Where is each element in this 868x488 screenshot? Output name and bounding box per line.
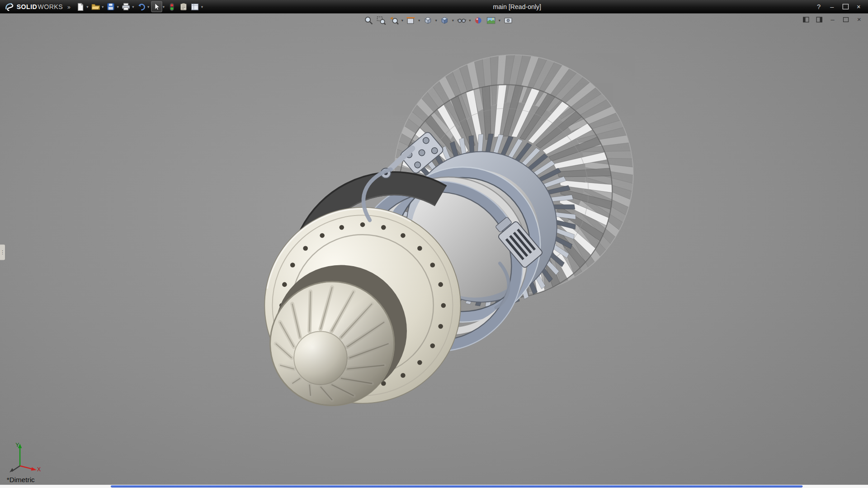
- zoom-to-fit-icon: [363, 15, 373, 25]
- cursor-arrow-icon: [153, 3, 160, 10]
- menu-expand-button[interactable]: »: [67, 4, 71, 9]
- chevron-down-icon[interactable]: ▾: [435, 18, 437, 23]
- new-document-button[interactable]: [75, 1, 85, 12]
- triad-x-label: X: [37, 466, 41, 472]
- clipboard-icon: [180, 3, 187, 10]
- main-toolbar: ▾ ▾ ▾: [75, 1, 204, 12]
- chevron-down-icon[interactable]: ▾: [102, 5, 104, 9]
- zoom-to-fit-button[interactable]: [363, 15, 374, 25]
- dock-left-icon: [803, 16, 810, 22]
- chevron-down-icon[interactable]: ▾: [163, 5, 165, 9]
- doc-restore-button[interactable]: [841, 15, 850, 23]
- dock-right-icon: [816, 16, 823, 22]
- apply-scene-icon: [486, 15, 496, 25]
- open-document-button[interactable]: [90, 1, 101, 12]
- graphics-area[interactable]: ▾ ▾ ▾: [0, 13, 868, 484]
- chevron-down-icon[interactable]: ▾: [86, 5, 88, 9]
- section-view-button[interactable]: [405, 15, 417, 25]
- status-progress-bar: [111, 485, 803, 488]
- hide-show-items-button[interactable]: [456, 15, 467, 25]
- view-settings-icon: [503, 15, 513, 25]
- print-button[interactable]: [121, 1, 132, 12]
- save-floppy-icon: [107, 3, 115, 10]
- solidworks-window: SOLID WORKS » ▾ ▾: [0, 0, 868, 488]
- brand-text-light: WORKS: [38, 3, 63, 10]
- clipboard-options-button[interactable]: [178, 1, 189, 12]
- save-button[interactable]: [105, 1, 116, 12]
- section-view-icon: [406, 15, 416, 25]
- appearance-ball-icon: [473, 15, 483, 25]
- view-settings-button[interactable]: [502, 15, 514, 25]
- zoom-to-area-icon: [376, 15, 386, 25]
- title-bar: SOLID WORKS » ▾ ▾: [0, 0, 868, 13]
- chevron-down-icon[interactable]: ▾: [418, 18, 420, 23]
- dock-left-button[interactable]: [802, 15, 811, 23]
- zoom-to-area-button[interactable]: [375, 15, 387, 25]
- close-button[interactable]: ×: [855, 1, 863, 12]
- solidworks-logo[interactable]: SOLID WORKS: [0, 2, 66, 11]
- chevron-down-icon[interactable]: ▾: [147, 5, 149, 9]
- window-controls: ? – ×: [815, 1, 868, 12]
- hide-show-glasses-icon: [457, 15, 467, 25]
- undo-arrow-icon: [137, 3, 145, 10]
- feature-manager-collapsed-tab[interactable]: ⋮: [0, 244, 5, 261]
- dock-right-button[interactable]: [815, 15, 824, 23]
- document-title: main [Read-only]: [166, 3, 868, 10]
- chevron-down-icon[interactable]: ▾: [469, 18, 471, 23]
- restore-icon: [843, 17, 849, 22]
- chevron-down-icon[interactable]: ▾: [499, 18, 500, 23]
- triad-y-label: Y: [15, 442, 19, 448]
- brand-text-bold: SOLID: [17, 3, 37, 10]
- help-button[interactable]: ?: [815, 1, 822, 12]
- doc-minimize-button[interactable]: –: [828, 15, 837, 23]
- jet-engine-model[interactable]: [0, 13, 868, 484]
- sheet-properties-button[interactable]: [189, 1, 200, 12]
- chevron-down-icon[interactable]: ▾: [132, 5, 134, 9]
- view-orientation-label: *Dimetric: [7, 476, 35, 483]
- display-style-button[interactable]: [439, 15, 450, 25]
- view-orientation-button[interactable]: [422, 15, 434, 25]
- properties-sheet-icon: [191, 3, 199, 10]
- status-bar: [0, 485, 868, 488]
- view-orientation-cube-icon: [423, 15, 433, 25]
- filter-toggle-icon: [169, 3, 174, 11]
- maximize-icon: [842, 4, 848, 9]
- chevron-down-icon[interactable]: ▾: [452, 18, 454, 23]
- document-window-controls: – ×: [802, 15, 863, 23]
- chevron-down-icon[interactable]: ▾: [401, 18, 403, 23]
- display-style-icon: [439, 15, 449, 25]
- open-folder-icon: [91, 3, 100, 10]
- maximize-button[interactable]: [841, 1, 849, 12]
- doc-close-button[interactable]: ×: [855, 15, 864, 23]
- previous-view-icon: [389, 15, 399, 25]
- printer-icon: [122, 3, 130, 10]
- apply-scene-button[interactable]: [485, 15, 497, 25]
- undo-button[interactable]: [136, 1, 146, 12]
- chevron-down-icon[interactable]: ▾: [201, 5, 203, 9]
- new-document-icon: [76, 3, 84, 11]
- chevron-down-icon[interactable]: ▾: [117, 5, 119, 9]
- edit-appearance-button[interactable]: [472, 15, 484, 25]
- minimize-button[interactable]: –: [828, 1, 836, 12]
- previous-view-button[interactable]: [388, 15, 400, 25]
- reference-triad: Y X: [5, 439, 43, 472]
- 3ds-logo-icon: [5, 2, 14, 11]
- selection-filter-button[interactable]: [166, 1, 177, 12]
- heads-up-view-toolbar: ▾ ▾ ▾: [363, 15, 514, 25]
- select-arrow-button[interactable]: [151, 1, 162, 12]
